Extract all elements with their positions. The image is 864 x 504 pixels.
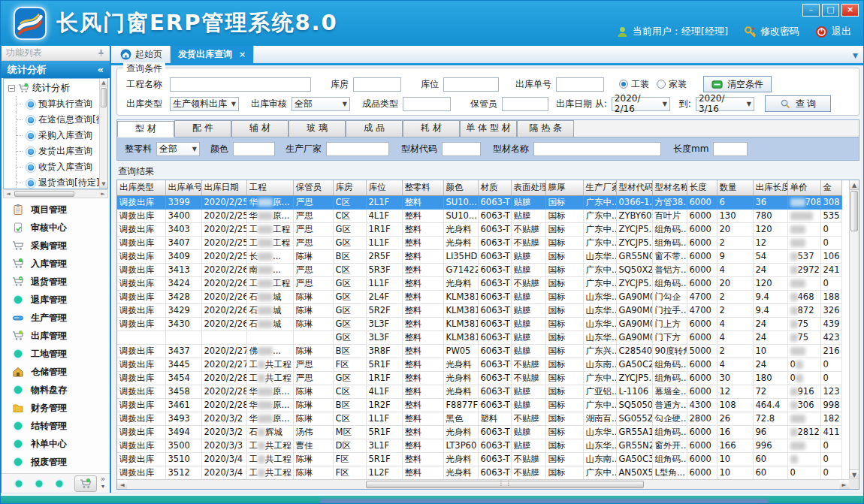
change-password[interactable]: 修改密码 [744,25,799,38]
table-row[interactable]: 调拨出库34242020/2/26工工程严思G区1L1F整料光身料6063-T5… [117,276,841,290]
sidebar-menu-item[interactable]: 财务管理 [3,399,108,417]
scroll-down-icon[interactable]: ▼ [850,469,859,479]
tree-item[interactable]: 退货查询[待定] [4,175,107,189]
table-row[interactable]: 调拨出库34582020/2/28华原...陈琳C区4L1F整料光身料6063-… [117,385,841,398]
material-tab-4[interactable]: 玻 璃 [289,120,346,137]
tab-list-dropdown-icon[interactable]: ▼ [853,52,858,59]
close-tab-icon[interactable]: × [239,50,246,59]
radio-gongzhuang[interactable]: 工装 [619,78,649,91]
column-header[interactable]: 型材名称 [652,180,687,195]
radio-jiazhuang[interactable]: 家装 [657,78,687,91]
close-button[interactable]: × [841,4,859,17]
column-header[interactable]: 颜色 [443,180,478,195]
table-row[interactable]: 调拨出库34612020/2/28华原...陈琳B区1R2F整料F8877FT6… [117,398,841,412]
tree-root[interactable]: 统计分析 [4,80,107,96]
column-header[interactable]: 生产厂家 [583,180,616,195]
table-row[interactable]: 调拨出库34072020/2/25工工程严思G区1L1F整料光身料6063-T5… [117,236,841,249]
tree-item[interactable]: 在途信息查询[待 [4,112,107,128]
maximize-button[interactable]: □ [822,4,839,17]
sidebar-menu-item[interactable]: 生产管理 [3,309,108,327]
scroll-thumb[interactable] [366,481,644,488]
location-input[interactable] [443,77,499,92]
scroll-thumb[interactable] [850,191,858,231]
scroll-left-icon[interactable]: ◄ [117,480,127,489]
color-input[interactable] [233,142,275,156]
table-row[interactable]: 调拨出库35102020/3/4工共工程陈琳F区5R1F整料光身料6063-T5… [117,452,841,466]
table-row[interactable]: 调拨出库34542020/2/28工共工程严思G区1R1F整料光身料6063-T… [117,371,841,385]
table-row[interactable]: 调拨出库34942020/3/2石辉城汤伟M区5R1F整料光身料6063-T5贴… [117,425,841,439]
tab-home[interactable]: 起始页 [113,46,171,63]
tab-outbound-query[interactable]: 发货出库查询 × [171,46,254,63]
order-no-input[interactable] [556,77,604,92]
sidebar-menu-item[interactable]: 结转管理 [3,417,108,435]
minimize-button[interactable]: – [802,4,820,17]
grid-horizontal-scrollbar[interactable]: ◄ ► [117,479,849,489]
pin-icon[interactable] [97,49,105,57]
circle-icon[interactable] [14,478,24,489]
material-tab-5[interactable]: 成 品 [346,120,403,137]
scroll-thumb[interactable] [101,88,107,107]
date-from-select[interactable]: 2020/ 2/16▼ [612,97,670,111]
length-input[interactable] [713,142,748,156]
table-row[interactable]: 调拨出库34132020/2/26南...严思C区5R3F整料G71422606… [117,263,841,276]
keeper-input[interactable] [502,97,548,111]
sidebar-menu-item[interactable]: 退库管理 [3,291,108,309]
material-tab-6[interactable]: 耗 材 [403,120,460,137]
sidebar-menu-item[interactable]: 退货管理 [3,273,108,291]
sidebar-menu-item[interactable]: 仓储管理 [3,363,108,381]
column-header[interactable]: 出库单号 [165,180,201,195]
column-header[interactable]: 出库长度 [753,180,787,195]
sidebar-menu-item[interactable]: 审核中心 [3,219,108,237]
sidebar-menu-item[interactable]: 物料盘存 [3,381,108,399]
circle-icon[interactable] [54,478,65,489]
column-header[interactable]: 出库类型 [117,180,165,195]
product-type-input[interactable] [403,97,451,111]
material-tab-8[interactable]: 隔 热 条 [517,120,574,137]
column-header[interactable]: 膜厚 [545,180,583,195]
sidebar-menu-item[interactable]: 补单中心 [3,435,108,453]
column-header[interactable]: 整零料 [402,180,443,195]
outbound-type-select[interactable]: 生产领料出库▼ [170,97,239,111]
column-header[interactable]: 金 [820,180,841,195]
column-header[interactable]: 长度 [687,180,717,195]
scroll-right-icon[interactable]: ► [98,190,107,198]
profile-name-input[interactable] [533,142,661,156]
clear-conditions-button[interactable]: 清空条件 [703,76,772,92]
whole-part-select[interactable]: 全部▼ [156,142,200,156]
tree-item[interactable]: 预算执行查询 [4,96,107,112]
column-header[interactable]: 库位 [366,180,402,195]
section-header[interactable]: 统计分析 « [2,61,110,78]
table-row[interactable]: 调拨出库35122020/3/4工共工程陈琳F区1L2F整料光身料6063-T5… [117,466,841,479]
scroll-left-icon[interactable]: ◄ [4,190,13,198]
column-header[interactable]: 材质 [478,180,511,195]
scroll-right-icon[interactable]: ► [839,480,849,489]
sidebar-menu-item[interactable]: 报废管理 [3,453,108,471]
column-header[interactable]: 库房 [333,180,366,195]
table-row[interactable]: 调拨出库34302020/2/26石城陈琳G区3L3F整料KLM38176063… [117,317,841,330]
material-tab-1[interactable]: 型 材 [117,121,174,137]
scroll-thumb[interactable] [14,191,74,197]
profile-code-input[interactable] [442,142,481,156]
tree-expander-icon[interactable] [8,85,15,92]
column-header[interactable]: 型材代码 [616,180,652,195]
manufacturer-input[interactable] [326,142,389,156]
table-row[interactable]: 调拨出库34932020/3/2华原...陈琳C区1L1F整料黑色塑料不贴膜国标… [117,412,841,425]
table-row[interactable]: 调拨出库34292020/2/26石城陈琳G区5R2F整料KLM38176063… [117,303,841,317]
search-button[interactable]: 查 询 [765,95,831,112]
table-row[interactable]: G区3L3F整料KLM38176063-T5贴膜国标山东华...GA90M09.… [117,330,841,344]
circle-icon[interactable] [34,478,44,489]
column-header[interactable]: 出库日期 [201,180,246,195]
column-header[interactable]: 表面处理 [511,180,545,195]
sidebar-menu-item[interactable]: 出库管理 [3,327,108,345]
table-row[interactable]: 调拨出库34002020/2/25华原...严思C区4L1F整料SU10...6… [117,209,841,222]
project-name-input[interactable] [170,77,311,92]
table-row[interactable]: 调拨出库34282020/2/26石城陈琳G区2L4F整料KLM38176063… [117,290,841,303]
column-header[interactable]: 单价 [787,180,820,195]
scroll-up-icon[interactable]: ▲ [100,79,107,87]
tree-horizontal-scrollbar[interactable]: ◄ ► [3,189,108,198]
table-row[interactable]: 调拨出库34452020/2/27工共工程严思F区5R1F整料光身料6063-T… [117,358,841,371]
table-row[interactable]: 调拨出库33992020/2/25华原...严思C区2L1F整料SU10...6… [117,195,841,209]
logout[interactable]: 退出 [815,25,851,38]
scroll-down-icon[interactable]: ▼ [100,180,107,189]
column-header[interactable]: 工程 [246,180,293,195]
